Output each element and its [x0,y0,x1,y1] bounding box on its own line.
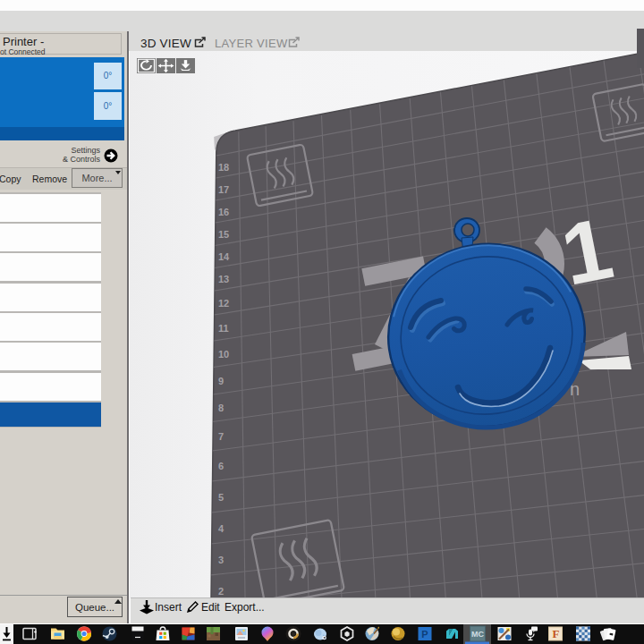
svg-text:F: F [553,627,560,640]
svg-text:MC: MC [471,630,484,639]
svg-text:P: P [421,629,428,640]
